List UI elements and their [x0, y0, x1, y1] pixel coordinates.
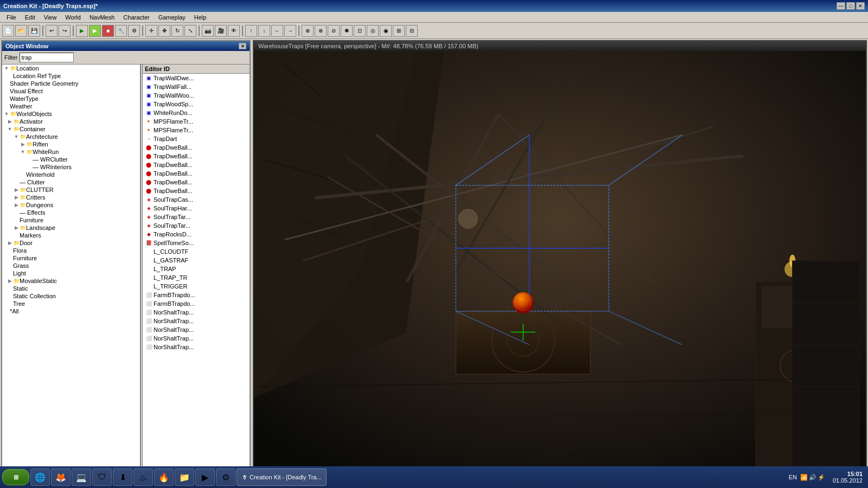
list-item[interactable]: ⬜ NorShaltTrap...: [143, 334, 250, 343]
tree-item-movablestatic[interactable]: ▶ 📁 MovableStatic: [2, 277, 140, 285]
list-item[interactable]: → TrapDart: [143, 134, 250, 143]
toolbar-misc8[interactable]: ⊞: [393, 25, 405, 37]
tree-item-static[interactable]: Static: [2, 285, 140, 292]
tree-item-dungeons[interactable]: ▶ 📁 Dungeons: [2, 201, 140, 209]
menu-file[interactable]: File: [2, 13, 21, 22]
list-item[interactable]: ⬤ TrapDweBall...: [143, 160, 250, 169]
taskbar-app[interactable]: ⚙: [216, 468, 235, 486]
tree-item-grass[interactable]: Grass: [2, 262, 140, 269]
tree-item-clutter[interactable]: — Clutter: [2, 178, 140, 186]
toolbar-run[interactable]: ▶: [76, 25, 88, 37]
list-item[interactable]: L_TRAP: [143, 265, 250, 273]
list-item[interactable]: ▣ TrapWoodSp...: [143, 100, 250, 108]
list-item[interactable]: ◈ SoulTrapCas...: [143, 195, 250, 204]
tree-item-furniture[interactable]: Furniture: [2, 216, 140, 224]
taskbar-explorer[interactable]: 📁: [175, 468, 194, 486]
list-item[interactable]: ⬤ TrapDweBall...: [143, 178, 250, 187]
toolbar-cam1[interactable]: 📷: [202, 25, 214, 37]
toolbar-select[interactable]: ✛: [145, 25, 157, 37]
menu-gameplay[interactable]: Gameplay: [154, 13, 190, 22]
tree-item-container[interactable]: ▼ 📁 Container: [2, 125, 140, 133]
taskbar-ie[interactable]: 🌐: [30, 468, 50, 486]
close-button[interactable]: ✕: [856, 2, 865, 10]
tree-item-watertype[interactable]: WaterType: [2, 95, 140, 102]
taskbar-ck-app[interactable]: 🗡 Creation Kit - [Deadly Tra...: [237, 468, 327, 486]
toolbar-nav2[interactable]: ↓: [258, 25, 270, 37]
menu-edit[interactable]: Edit: [21, 13, 40, 22]
list-item[interactable]: ⬤ TrapDweBall...: [143, 152, 250, 160]
tree-item-wrinteriors[interactable]: — WRInteriors: [2, 163, 140, 171]
toolbar-cam3[interactable]: 👁: [228, 25, 240, 37]
toolbar-misc1[interactable]: ⊕: [302, 25, 314, 37]
list-item[interactable]: ⬜ NorShaltTrap...: [143, 317, 250, 325]
list-item[interactable]: L_CLOUDTF: [143, 247, 250, 256]
tree-item-flora[interactable]: Flora: [2, 247, 140, 254]
menu-world[interactable]: World: [61, 13, 85, 22]
taskbar-ie2[interactable]: 💻: [72, 468, 91, 486]
list-item[interactable]: ▣ TrapWallFall...: [143, 82, 250, 91]
toolbar-scale[interactable]: ⤡: [184, 25, 196, 37]
list-item[interactable]: ⬤ TrapDweBall...: [143, 187, 250, 195]
toolbar-open[interactable]: 📂: [15, 25, 27, 37]
tree-item-whiterun[interactable]: ▼ 📁 WhiteRun: [2, 148, 140, 156]
tree-item-markers[interactable]: Markers: [2, 232, 140, 239]
tree-item-static-collection[interactable]: Static Collection: [2, 292, 140, 300]
toolbar-stop[interactable]: ■: [102, 25, 114, 37]
list-item[interactable]: 📕 SpellTomeSo...: [143, 239, 250, 247]
list-item[interactable]: L_TRAP_TR: [143, 273, 250, 282]
toolbar-misc5[interactable]: ⊡: [354, 25, 366, 37]
minimize-button[interactable]: —: [837, 2, 845, 10]
tree-item-riften[interactable]: ▶ 📁 Riften: [2, 140, 140, 148]
toolbar-tool1[interactable]: 🔧: [115, 25, 127, 37]
menu-help[interactable]: Help: [190, 13, 211, 22]
taskbar-steam[interactable]: ♨: [133, 468, 153, 486]
tree-item-critters[interactable]: ▶ 📁 Critters: [2, 194, 140, 201]
filter-input[interactable]: [20, 53, 74, 62]
tree-item-furniture-2[interactable]: Furniture: [2, 254, 140, 262]
menu-navmesh[interactable]: NavMesh: [85, 13, 119, 22]
tree-item-worldobjects[interactable]: ▼ 📁 WorldObjects: [2, 110, 140, 118]
tree-item-architecture[interactable]: ▼ 📁 Architecture: [2, 133, 140, 140]
list-item[interactable]: ✦ MPSFlameTr...: [143, 117, 250, 126]
toolbar-move[interactable]: ✥: [158, 25, 170, 37]
menu-character[interactable]: Character: [119, 13, 154, 22]
toolbar-misc9[interactable]: ⊟: [406, 25, 418, 37]
taskbar-media[interactable]: ▶: [195, 468, 215, 486]
toolbar-run2[interactable]: ▶: [89, 25, 101, 37]
tree-item-shader[interactable]: Shader Particle Geometry: [2, 80, 140, 87]
list-item[interactable]: ⬤ TrapDweBall...: [143, 169, 250, 178]
tree-item-clutter-caps[interactable]: ▶ 📁 CLUTTER: [2, 186, 140, 194]
toolbar-new[interactable]: 📄: [2, 25, 14, 37]
toolbar-misc6[interactable]: ◎: [367, 25, 379, 37]
toolbar-tool2[interactable]: ⚙: [128, 25, 140, 37]
list-item[interactable]: ◆ TrapRocksD...: [143, 230, 250, 239]
toolbar-rotate[interactable]: ↻: [171, 25, 183, 37]
tree-item-winterhold[interactable]: Winterhold: [2, 171, 140, 178]
toolbar-misc3[interactable]: ⊘: [328, 25, 340, 37]
taskbar-utorrent[interactable]: ⬇: [113, 468, 132, 486]
tree-item-wrclutter[interactable]: — WRClutter: [2, 156, 140, 163]
list-item[interactable]: ▣ TrapWallDwe...: [143, 74, 250, 82]
tree-item-activator[interactable]: ▶ 📁 Activator: [2, 118, 140, 125]
viewport-canvas[interactable]: [254, 51, 866, 471]
toolbar-nav4[interactable]: →: [284, 25, 296, 37]
maximize-button[interactable]: □: [846, 2, 855, 10]
list-item[interactable]: ⬜ NorShaltTrap...: [143, 343, 250, 351]
list-item[interactable]: ⬜ NorShaltTrap...: [143, 308, 250, 317]
list-item[interactable]: ⬜ NorShaltTrap...: [143, 325, 250, 334]
list-item[interactable]: ◈ SoulTrapTar...: [143, 221, 250, 230]
tree-item-door[interactable]: ▶ 📁 Door: [2, 239, 140, 247]
toolbar-redo[interactable]: ↪: [59, 25, 71, 37]
toolbar-undo[interactable]: ↩: [46, 25, 58, 37]
list-item[interactable]: ⬜ FarmBTrapdo...: [143, 299, 250, 308]
object-window-close[interactable]: ✕: [239, 43, 246, 49]
toolbar-nav1[interactable]: ↑: [245, 25, 257, 37]
list-item[interactable]: ▣ TrapWallWoo...: [143, 91, 250, 100]
toolbar-misc7[interactable]: ◉: [380, 25, 392, 37]
tree-item-effects[interactable]: — Effects: [2, 209, 140, 216]
tree-item-location-ref[interactable]: Location Ref Type: [2, 72, 140, 80]
list-item[interactable]: ✦ MPSFlameTr...: [143, 126, 250, 134]
toolbar-cam2[interactable]: 🎥: [215, 25, 227, 37]
list-item[interactable]: ▣ WhiteRunDo...: [143, 108, 250, 117]
toolbar-misc2[interactable]: ⊗: [315, 25, 327, 37]
